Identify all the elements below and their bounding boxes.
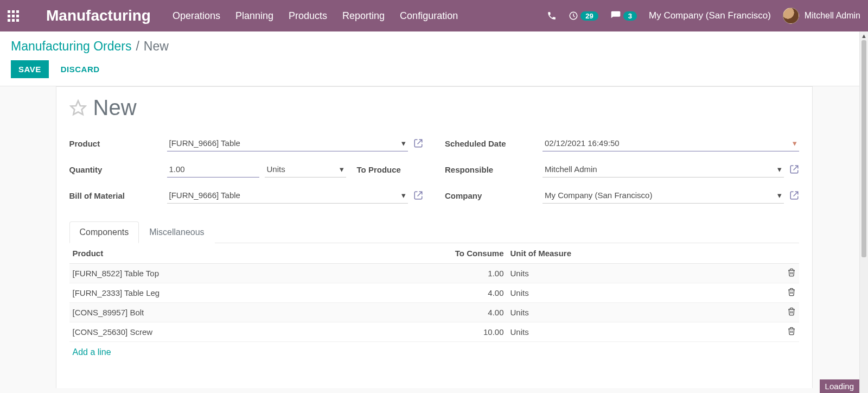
chevron-down-icon: ▾ — [340, 164, 344, 174]
external-link-icon[interactable] — [789, 164, 799, 174]
table-row[interactable]: [FURN_8522] Table Top1.00Units — [69, 264, 799, 283]
cell-uom[interactable]: Units — [507, 264, 763, 283]
chevron-down-icon: ▾ — [401, 191, 406, 200]
add-line-button[interactable]: Add a line — [69, 342, 114, 363]
company-switcher[interactable]: My Company (San Francisco) — [649, 10, 771, 21]
save-button[interactable]: SAVE — [11, 60, 49, 78]
table-row[interactable]: [CONS_89957] Bolt4.00Units — [69, 303, 799, 322]
cell-product[interactable]: [CONS_25630] Screw — [69, 322, 398, 342]
chevron-down-icon: ▾ — [401, 138, 406, 148]
cell-qty[interactable]: 4.00 — [398, 283, 507, 303]
breadcrumb-root[interactable]: Manufacturing Orders — [11, 39, 131, 54]
breadcrumb: Manufacturing Orders / New — [11, 39, 857, 54]
apps-icon[interactable] — [8, 10, 19, 22]
cell-uom[interactable]: Units — [507, 283, 763, 303]
discuss-icon[interactable]: 3 — [610, 10, 637, 21]
breadcrumb-separator: / — [136, 39, 139, 54]
label-scheduled-date: Scheduled Date — [445, 139, 542, 148]
external-link-icon[interactable] — [413, 191, 423, 200]
menu-configuration[interactable]: Configuration — [400, 10, 458, 22]
product-field[interactable]: [FURN_9666] Table ▾ — [167, 135, 409, 151]
chevron-down-icon: ▾ — [777, 164, 782, 174]
col-product[interactable]: Product — [69, 243, 398, 264]
table-row[interactable]: [FURN_2333] Table Leg4.00Units — [69, 283, 799, 303]
cell-product[interactable]: [FURN_8522] Table Top — [69, 264, 398, 283]
scrollbar[interactable]: ▲ — [859, 31, 868, 393]
responsible-field[interactable]: Mitchell Admin ▾ — [542, 161, 784, 178]
priority-star-icon[interactable] — [69, 99, 87, 117]
scroll-up-icon[interactable]: ▲ — [860, 31, 868, 40]
menu-reporting[interactable]: Reporting — [342, 10, 385, 22]
label-product: Product — [69, 139, 167, 148]
table-row[interactable]: [CONS_25630] Screw10.00Units — [69, 322, 799, 342]
label-responsible: Responsible — [445, 165, 542, 174]
responsible-value: Mitchell Admin — [545, 164, 597, 174]
company-field[interactable]: My Company (San Francisco) ▾ — [542, 187, 784, 204]
app-brand[interactable]: Manufacturing — [46, 7, 151, 24]
quantity-uom-field[interactable]: Units ▾ — [265, 161, 346, 178]
quantity-value: 1.00 — [169, 164, 185, 174]
activity-icon[interactable]: 29 — [569, 11, 598, 21]
breadcrumb-current: New — [144, 39, 169, 54]
page-title: New — [93, 96, 137, 120]
bom-field[interactable]: [FURN_9666] Table ▾ — [167, 187, 409, 204]
user-menu[interactable]: Mitchell Admin — [783, 8, 860, 24]
activity-count: 29 — [580, 11, 598, 21]
col-to-consume[interactable]: To Consume — [398, 243, 507, 264]
components-table: Product To Consume Unit of Measure [FURN… — [69, 243, 799, 342]
tab-components[interactable]: Components — [69, 221, 139, 243]
quantity-suffix: To Produce — [357, 165, 401, 174]
discuss-count: 3 — [623, 11, 637, 21]
quantity-field[interactable]: 1.00 — [167, 161, 259, 178]
trash-icon[interactable] — [787, 328, 796, 337]
discard-button[interactable]: DISCARD — [61, 65, 100, 74]
cell-uom[interactable]: Units — [507, 322, 763, 342]
label-company: Company — [445, 191, 542, 200]
trash-icon[interactable] — [787, 289, 796, 298]
cell-qty[interactable]: 1.00 — [398, 264, 507, 283]
cell-qty[interactable]: 10.00 — [398, 322, 507, 342]
chevron-down-icon: ▾ — [777, 191, 782, 200]
bom-value: [FURN_9666] Table — [169, 191, 240, 200]
external-link-icon[interactable] — [413, 138, 423, 148]
col-uom[interactable]: Unit of Measure — [507, 243, 763, 264]
avatar — [783, 8, 799, 24]
cell-product[interactable]: [FURN_2333] Table Leg — [69, 283, 398, 303]
menu-products[interactable]: Products — [289, 10, 327, 22]
quantity-uom-value: Units — [267, 164, 285, 174]
tab-miscellaneous[interactable]: Miscellaneous — [139, 221, 214, 243]
scroll-thumb[interactable] — [861, 40, 866, 257]
chevron-down-icon: ▾ — [793, 138, 797, 148]
scheduled-date-value: 02/12/2021 16:49:50 — [545, 138, 620, 148]
phone-icon[interactable] — [547, 11, 557, 21]
svg-marker-1 — [71, 100, 85, 114]
label-quantity: Quantity — [69, 165, 167, 174]
trash-icon[interactable] — [787, 269, 796, 278]
cell-qty[interactable]: 4.00 — [398, 303, 507, 322]
loading-indicator: Loading — [820, 379, 859, 393]
top-menu: Operations Planning Products Reporting C… — [173, 10, 458, 22]
cell-product[interactable]: [CONS_89957] Bolt — [69, 303, 398, 322]
external-link-icon[interactable] — [789, 191, 799, 200]
user-name: Mitchell Admin — [805, 11, 860, 21]
product-value: [FURN_9666] Table — [169, 138, 240, 148]
company-value: My Company (San Francisco) — [545, 191, 652, 200]
menu-operations[interactable]: Operations — [173, 10, 220, 22]
scheduled-date-field[interactable]: 02/12/2021 16:49:50 ▾ — [542, 135, 799, 151]
menu-planning[interactable]: Planning — [235, 10, 273, 22]
cell-uom[interactable]: Units — [507, 303, 763, 322]
label-bom: Bill of Material — [69, 191, 167, 200]
trash-icon[interactable] — [787, 308, 796, 318]
